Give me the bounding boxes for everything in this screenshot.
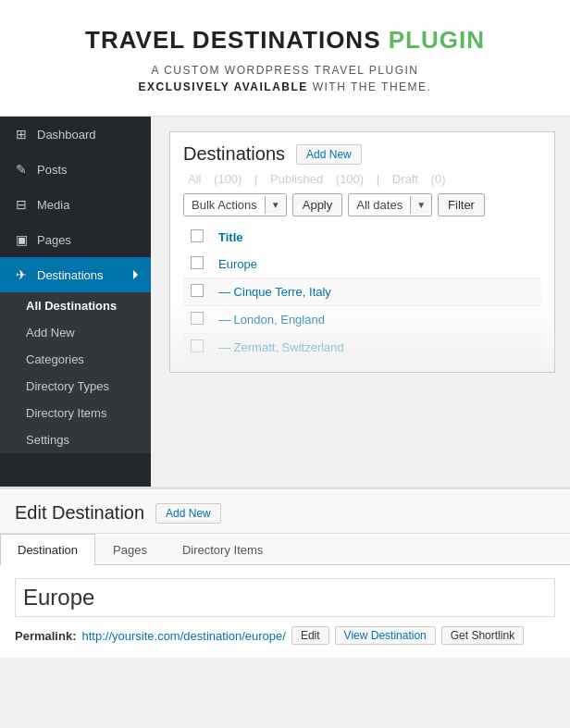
sidebar-item-label: Media	[37, 198, 69, 212]
sidebar-submenu-item-categories[interactable]: Categories	[0, 346, 151, 373]
permalink-edit-button[interactable]: Edit	[291, 626, 329, 645]
get-shortlink-button[interactable]: Get Shortlink	[441, 626, 524, 645]
destination-link-europe[interactable]: Europe	[218, 257, 257, 271]
panel-header: Destinations Add New	[183, 143, 541, 165]
sidebar-item-dashboard[interactable]: ⊞ Dashboard	[0, 117, 151, 152]
table-row: — London, England	[183, 306, 541, 334]
sidebar-item-label: Posts	[37, 163, 68, 177]
apply-button[interactable]: Apply	[292, 193, 343, 216]
date-label: All dates	[349, 194, 410, 216]
bulk-actions-select[interactable]: Bulk Actions ▼	[183, 193, 287, 216]
edit-destination-title: Edit Destination	[15, 502, 144, 524]
main-title: TRAVEL DESTINATIONS PLUGIN	[19, 26, 551, 55]
table-header-checkbox	[183, 224, 211, 251]
title-text: TRAVEL DESTINATIONS	[85, 26, 380, 54]
filter-button[interactable]: Filter	[438, 193, 485, 216]
pages-icon: ▣	[13, 231, 30, 248]
tab-pages[interactable]: Pages	[95, 534, 165, 565]
subtitle-rest: WITH THE THEME.	[308, 80, 432, 93]
filter-draft-link[interactable]: Draft (0)	[388, 172, 451, 186]
destination-link-cinque-terre[interactable]: — Cinque Terre, Italy	[218, 285, 331, 299]
destination-link-zermatt[interactable]: — Zermatt, Switzerland	[218, 340, 344, 354]
edit-body: Permalink: http://yoursite.com/destinati…	[0, 565, 570, 658]
bulk-actions-label: Bulk Actions	[184, 194, 265, 216]
sidebar-item-media[interactable]: ⊟ Media	[0, 187, 151, 222]
add-new-button[interactable]: Add New	[296, 144, 362, 165]
table-row: — Cinque Terre, Italy	[183, 278, 541, 306]
subtitle-line1: A CUSTOM WORDPRESS TRAVEL PLUGIN	[152, 64, 419, 77]
title-sort-link[interactable]: Title	[218, 230, 243, 244]
date-select[interactable]: All dates ▼	[348, 193, 432, 216]
table-cell-title-1: Europe	[211, 251, 541, 278]
sidebar-submenu-item-directory-items[interactable]: Directory Items	[0, 400, 151, 426]
table-cell-title-3: — London, England	[211, 306, 541, 334]
bulk-actions-dropdown-icon[interactable]: ▼	[265, 196, 286, 214]
table-cell-title-4: — Zermatt, Switzerland	[211, 334, 541, 362]
header-banner: TRAVEL DESTINATIONS PLUGIN A CUSTOM WORD…	[0, 0, 570, 117]
sidebar-item-label: Dashboard	[37, 128, 96, 142]
wp-admin-layout: ⊞ Dashboard ✎ Posts ⊟ Media ▣ Pages ✈ De…	[0, 117, 570, 487]
sidebar-item-label: Destinations	[37, 268, 104, 282]
filter-links: All (100) | Published (100) | Draft (0)	[183, 172, 541, 186]
media-icon: ⊟	[13, 196, 30, 213]
view-destination-button[interactable]: View Destination	[335, 626, 436, 645]
date-dropdown-icon[interactable]: ▼	[410, 196, 431, 214]
main-content: Destinations Add New All (100) | Publish…	[151, 117, 570, 487]
posts-icon: ✎	[13, 161, 30, 178]
edit-add-new-button[interactable]: Add New	[155, 503, 221, 524]
row-checkbox-1[interactable]	[191, 256, 204, 269]
table-row: — Zermatt, Switzerland	[183, 334, 541, 362]
destination-link-london[interactable]: — London, England	[218, 313, 325, 327]
sidebar: ⊞ Dashboard ✎ Posts ⊟ Media ▣ Pages ✈ De…	[0, 117, 151, 487]
sidebar-item-label: Pages	[37, 233, 71, 247]
destinations-arrow-icon	[133, 270, 138, 279]
tab-destination[interactable]: Destination	[0, 534, 95, 565]
dashboard-icon: ⊞	[13, 126, 30, 142]
destinations-panel: Destinations Add New All (100) | Publish…	[169, 131, 555, 373]
destination-name-input[interactable]	[15, 578, 555, 617]
bulk-bar: Bulk Actions ▼ Apply All dates ▼ Filter	[183, 193, 541, 216]
sidebar-submenu-item-directory-types[interactable]: Directory Types	[0, 373, 151, 400]
subtitle-bold: EXCLUSIVELY AVAILABLE	[139, 80, 308, 93]
filter-all-link[interactable]: All (100)	[183, 172, 250, 186]
row-checkbox-3[interactable]	[191, 312, 204, 325]
row-checkbox-4[interactable]	[191, 339, 204, 352]
edit-destination-header: Edit Destination Add New	[0, 489, 570, 534]
destinations-panel-title: Destinations	[183, 143, 285, 165]
sub-title: A CUSTOM WORDPRESS TRAVEL PLUGIN EXCLUSI…	[19, 62, 551, 95]
sidebar-submenu: All Destinations Add New Categories Dire…	[0, 292, 151, 453]
sidebar-submenu-item-all-destinations[interactable]: All Destinations	[0, 292, 151, 319]
select-all-checkbox[interactable]	[191, 229, 204, 242]
table-cell-title-2: — Cinque Terre, Italy	[211, 278, 541, 306]
plugin-word: PLUGIN	[389, 26, 485, 54]
sidebar-submenu-item-settings[interactable]: Settings	[0, 426, 151, 453]
sidebar-item-pages[interactable]: ▣ Pages	[0, 222, 151, 257]
permalink-label: Permalink:	[15, 629, 76, 643]
sidebar-item-posts[interactable]: ✎ Posts	[0, 152, 151, 187]
sidebar-submenu-item-add-new[interactable]: Add New	[0, 319, 151, 346]
permalink-row: Permalink: http://yoursite.com/destinati…	[15, 626, 555, 645]
table-row: Europe	[183, 251, 541, 278]
destinations-icon: ✈	[13, 266, 30, 283]
tabs-row: Destination Pages Directory Items	[0, 534, 570, 565]
filter-published-link[interactable]: Published (100)	[266, 172, 372, 186]
permalink-url: http://yoursite.com/destination/europe/	[81, 629, 285, 643]
row-checkbox-2[interactable]	[191, 284, 204, 297]
destinations-table: Title Europe — Cinque Terre, Ita	[183, 224, 541, 361]
sidebar-item-destinations[interactable]: ✈ Destinations	[0, 257, 151, 292]
edit-destination-section: Edit Destination Add New Destination Pag…	[0, 487, 570, 658]
tab-directory-items[interactable]: Directory Items	[165, 534, 280, 565]
table-header-title: Title	[211, 224, 541, 251]
